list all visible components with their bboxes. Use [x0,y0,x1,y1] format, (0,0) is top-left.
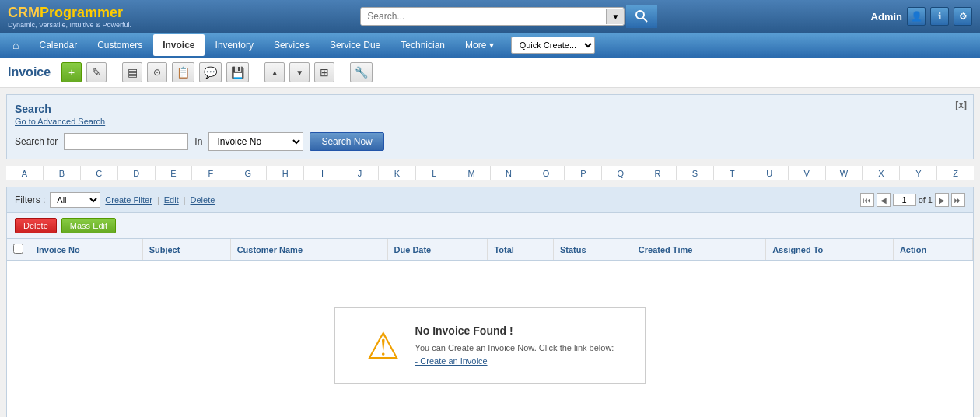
empty-text-area: No Invoice Found ! You can Create an Inv… [415,324,614,366]
alpha-filter-q[interactable]: Q [602,166,639,180]
nav-item-calendar[interactable]: Calendar [30,34,86,56]
alpha-filter-b[interactable]: B [44,166,81,180]
filter-left: Filters : All Open Closed Create Filter … [15,192,215,208]
action-bar: Delete Mass Edit [7,213,973,239]
filter-select[interactable]: All Open Closed [50,192,100,208]
invoice-table: Invoice No Subject Customer Name Due Dat… [7,239,973,261]
alpha-filter-p[interactable]: P [565,166,602,180]
select-all-checkbox[interactable] [13,244,23,254]
alpha-filter-k[interactable]: K [379,166,416,180]
user-profile-button[interactable]: 👤 [907,7,926,26]
nav-item-more[interactable]: More ▾ [456,34,503,56]
search-dropdown-button[interactable]: ▼ [606,9,624,24]
create-filter-link[interactable]: Create Filter [105,195,152,205]
doc-button[interactable]: 📋 [172,62,194,82]
alpha-filter-i[interactable]: I [304,166,341,180]
search-in-select[interactable]: Invoice No Subject Customer Name Status [208,132,303,151]
create-invoice-link[interactable]: - Create an Invoice [415,356,488,366]
alpha-filter-v[interactable]: V [789,166,826,180]
nav-bar: ⌂ Calendar Customers Invoice Inventory S… [0,33,980,58]
search-for-label: Search for [15,136,58,147]
nav-item-technician[interactable]: Technician [391,34,454,56]
chat-button[interactable]: 💬 [199,62,222,82]
logo-crm: CRM [8,5,40,20]
arrow-up-button[interactable]: ▲ [264,62,285,82]
alpha-filter-y[interactable]: Y [900,166,937,180]
edit-button[interactable]: ✎ [86,62,107,82]
search-in-label: In [194,136,202,147]
empty-state: ⚠ No Invoice Found ! You can Create an I… [7,261,973,417]
delete-filter-link[interactable]: Delete [191,195,215,205]
alpha-filter-d[interactable]: D [118,166,156,180]
global-search-go-button[interactable] [626,5,657,28]
prev-page-button[interactable]: ◀ [877,193,891,207]
nav-item-inventory[interactable]: Inventory [206,34,263,56]
search-for-input[interactable] [64,133,188,150]
alpha-filter-g[interactable]: G [229,166,267,180]
edit-filter-link[interactable]: Edit [164,195,179,205]
alpha-filter-c[interactable]: C [81,166,118,180]
col-header-status: Status [554,239,632,261]
arrow-down-button[interactable]: ▼ [289,62,310,82]
nav-item-customers[interactable]: Customers [88,34,152,56]
delete-button[interactable]: Delete [15,218,57,233]
alpha-filter-t[interactable]: T [714,166,751,180]
nav-item-service-due[interactable]: Service Due [320,34,390,56]
page-input[interactable] [893,194,916,206]
add-button[interactable]: + [61,62,82,82]
col-header-subject: Subject [142,239,230,261]
alpha-filter-r[interactable]: R [639,166,677,180]
filter-bar: Filters : All Open Closed Create Filter … [7,187,973,213]
header-right: Admin 👤 ℹ ⚙ [871,7,972,26]
next-page-button[interactable]: ▶ [935,193,949,207]
wrench-button[interactable]: 🔧 [350,62,373,82]
alpha-filter-n[interactable]: N [491,166,528,180]
admin-label: Admin [871,11,902,23]
grid-button[interactable]: ⊞ [314,62,334,82]
list-view-button[interactable]: ▤ [122,62,142,82]
settings-button[interactable]: ⚙ [954,7,972,26]
alpha-filter-z[interactable]: Z [937,166,974,180]
nav-item-services[interactable]: Services [264,34,319,56]
alpha-filter-s[interactable]: S [677,166,714,180]
alpha-filter-l[interactable]: L [416,166,453,180]
search-panel-close[interactable]: [x] [955,100,967,110]
alpha-filter-f[interactable]: F [192,166,229,180]
col-header-invoice-no: Invoice No [30,239,143,261]
alpha-filter-x[interactable]: X [863,166,900,180]
first-page-button[interactable]: ⏮ [860,193,874,207]
col-header-total: Total [488,239,554,261]
col-header-action: Action [893,239,972,261]
table-header: Invoice No Subject Customer Name Due Dat… [7,239,973,261]
alpha-filter-w[interactable]: W [826,166,863,180]
alpha-filter-a[interactable]: A [6,166,44,180]
search-panel-title: Search [15,103,965,115]
filter-label: Filters : [15,194,45,205]
alpha-filter-h[interactable]: H [267,166,304,180]
alpha-filter-j[interactable]: J [341,166,379,180]
page-title: Invoice [8,65,51,79]
alpha-filter-m[interactable]: M [453,166,491,180]
logo: CRMProgrammer [8,5,131,21]
nav-home[interactable]: ⌂ [3,34,28,56]
col-header-due-date: Due Date [387,239,488,261]
advanced-search-link[interactable]: Go to Advanced Search [15,117,965,126]
svg-line-1 [643,18,647,22]
pagination: ⏮ ◀ of 1 ▶ ⏭ [860,193,965,207]
nav-item-invoice[interactable]: Invoice [153,34,204,56]
mass-edit-button[interactable]: Mass Edit [61,218,116,233]
clock-button[interactable]: ⊙ [147,62,167,82]
page-toolbar: Invoice + ✎ ▤ ⊙ 📋 💬 💾 ▲ ▼ ⊞ 🔧 [0,58,980,88]
alpha-filter-e[interactable]: E [156,166,193,180]
save-button[interactable]: 💾 [226,62,249,82]
alpha-filter-u[interactable]: U [751,166,789,180]
last-page-button[interactable]: ⏭ [951,193,965,207]
search-now-button[interactable]: Search Now [310,132,383,151]
alpha-filter-o[interactable]: O [527,166,565,180]
info-button[interactable]: ℹ [930,7,949,26]
col-header-created-time: Created Time [632,239,765,261]
quick-create-select[interactable]: Quick Create... Invoice Customer Estimat… [511,37,595,54]
empty-box: ⚠ No Invoice Found ! You can Create an I… [334,307,646,384]
global-search-input[interactable] [361,8,606,25]
col-header-assigned-to: Assigned To [766,239,894,261]
